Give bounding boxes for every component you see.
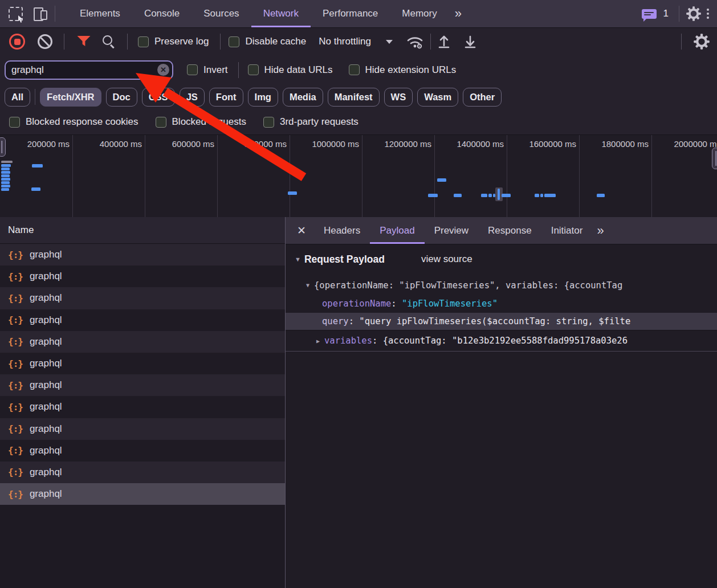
tab-performance[interactable]: Performance <box>311 0 390 27</box>
overview-right-handle[interactable] <box>712 148 717 169</box>
third-party-requests-label: 3rd-party requests <box>280 116 358 128</box>
tab-network[interactable]: Network <box>251 0 311 27</box>
name-column-header[interactable]: Name <box>0 217 285 244</box>
table-row[interactable]: {:}graphql <box>0 244 285 266</box>
clear-network-log-button[interactable] <box>38 34 52 49</box>
import-har-button[interactable] <box>434 32 454 51</box>
detail-tab-payload[interactable]: Payload <box>370 217 424 244</box>
third-party-requests-checkbox[interactable] <box>263 117 274 128</box>
disable-cache-label: Disable cache <box>245 36 306 47</box>
tab-sources[interactable]: Sources <box>192 0 251 27</box>
payload-row-variables[interactable]: ▶ variables: {accountTag: "b12e3b2192ee5… <box>286 330 717 352</box>
table-row[interactable]: {:}graphql <box>0 440 285 462</box>
more-detail-tabs-icon[interactable]: » <box>592 223 607 238</box>
table-row[interactable]: {:}graphql <box>0 287 285 309</box>
network-overview-timeline[interactable]: 200000 ms400000 ms600000 ms800000 ms1000… <box>0 134 717 218</box>
blocked-filters-row: Blocked response cookies Blocked request… <box>0 109 717 134</box>
hide-extension-urls-checkbox[interactable] <box>349 64 360 75</box>
more-options-icon[interactable] <box>703 9 717 19</box>
expand-triangle-icon[interactable]: ▶ <box>316 338 320 344</box>
clear-filter-button[interactable]: ✕ <box>157 64 169 76</box>
divider <box>430 34 431 50</box>
tab-elements[interactable]: Elements <box>68 0 132 27</box>
disable-cache-toggle[interactable]: Disable cache <box>229 36 306 47</box>
table-row[interactable]: {:}graphql <box>0 396 285 418</box>
waterfall-bar <box>1 171 10 174</box>
detail-tab-headers[interactable]: Headers <box>314 217 370 244</box>
chip-manifest[interactable]: Manifest <box>328 88 380 107</box>
record-network-log-button[interactable] <box>9 34 25 50</box>
table-row[interactable]: {:}graphql <box>0 462 285 483</box>
inspect-element-button[interactable] <box>6 4 25 23</box>
settings-button[interactable] <box>684 4 703 23</box>
invert-toggle[interactable]: Invert <box>187 64 228 76</box>
hide-data-urls-toggle[interactable]: Hide data URLs <box>248 64 333 76</box>
chip-wasm[interactable]: Wasm <box>417 88 458 107</box>
timeline-tick-label: 1000000 ms <box>288 139 359 149</box>
tab-memory[interactable]: Memory <box>390 0 449 27</box>
preserve-log-checkbox[interactable] <box>138 36 149 47</box>
blocked-requests-label: Blocked requests <box>172 116 246 128</box>
export-har-button[interactable] <box>461 32 480 51</box>
waterfall-bar <box>1 181 10 184</box>
requests-list: {:}graphql{:}graphql{:}graphql{:}graphql… <box>0 244 285 505</box>
blocked-requests-toggle[interactable]: Blocked requests <box>156 116 246 128</box>
invert-checkbox[interactable] <box>187 64 198 75</box>
hide-data-urls-checkbox[interactable] <box>248 64 259 75</box>
collapse-triangle-icon[interactable]: ▼ <box>306 282 309 288</box>
table-row[interactable]: {:}graphql <box>0 331 285 353</box>
chip-img[interactable]: Img <box>248 88 278 107</box>
detail-tab-initiator[interactable]: Initiator <box>541 217 593 244</box>
chip-other[interactable]: Other <box>463 88 502 107</box>
disable-cache-checkbox[interactable] <box>229 36 239 47</box>
throttling-select[interactable]: No throttling <box>319 36 393 47</box>
payload-row-query-selected[interactable]: query: "query ipFlowTimeseries($accountT… <box>286 313 717 330</box>
table-row[interactable]: {:}graphql <box>0 374 285 396</box>
preserve-log-toggle[interactable]: Preserve log <box>138 36 209 47</box>
collapse-triangle-icon[interactable]: ▼ <box>295 256 301 263</box>
network-conditions-button[interactable] <box>405 32 425 51</box>
payload-preview-row[interactable]: ▼ {operationName: "ipFlowTimeseries", va… <box>286 276 717 294</box>
payload-row-operation-name[interactable]: operationName: "ipFlowTimeseries" <box>286 295 717 312</box>
filter-icon[interactable] <box>77 36 91 48</box>
fetch-json-icon: {:} <box>8 315 23 325</box>
blocked-response-cookies-checkbox[interactable] <box>9 117 20 128</box>
blocked-requests-checkbox[interactable] <box>156 117 166 128</box>
chip-ws[interactable]: WS <box>384 88 413 107</box>
chip-all[interactable]: All <box>5 88 30 107</box>
more-panels-icon[interactable]: » <box>449 6 466 21</box>
detail-tab-response[interactable]: Response <box>478 217 541 244</box>
detail-tab-preview[interactable]: Preview <box>425 217 478 244</box>
network-filter-row: ✕ Invert Hide data URLs Hide extension U… <box>0 55 717 84</box>
device-toolbar-button[interactable] <box>31 4 50 23</box>
table-row[interactable]: {:}graphql <box>0 309 285 331</box>
table-row[interactable]: {:}graphql <box>0 353 285 374</box>
panel-tabs: ElementsConsoleSourcesNetworkPerformance… <box>68 0 449 27</box>
network-settings-button[interactable] <box>692 32 711 51</box>
search-icon[interactable] <box>102 35 116 48</box>
request-name: graphql <box>30 271 62 282</box>
close-details-button[interactable]: ✕ <box>286 224 314 237</box>
request-name: graphql <box>30 336 62 348</box>
chip-css[interactable]: CSS <box>142 88 175 107</box>
chip-media[interactable]: Media <box>283 88 323 107</box>
filter-input[interactable] <box>5 60 173 80</box>
chip-doc[interactable]: Doc <box>106 88 137 107</box>
hide-extension-urls-toggle[interactable]: Hide extension URLs <box>349 64 457 76</box>
pane-resizer[interactable] <box>285 217 286 588</box>
chip-js[interactable]: JS <box>180 88 205 107</box>
table-row[interactable]: {:}graphql <box>0 483 285 505</box>
waterfall-bar <box>32 164 43 168</box>
third-party-requests-toggle[interactable]: 3rd-party requests <box>263 116 358 128</box>
table-row[interactable]: {:}graphql <box>0 418 285 440</box>
issues-button[interactable] <box>639 4 659 23</box>
blocked-response-cookies-toggle[interactable]: Blocked response cookies <box>9 116 138 128</box>
tab-console[interactable]: Console <box>132 0 192 27</box>
view-source-link[interactable]: view source <box>421 254 472 265</box>
fetch-json-icon: {:} <box>8 271 23 282</box>
waterfall-bar <box>1 185 10 187</box>
fetch-json-icon: {:} <box>8 293 23 304</box>
chip-fetch-xhr[interactable]: Fetch/XHR <box>40 88 101 107</box>
table-row[interactable]: {:}graphql <box>0 266 285 287</box>
chip-font[interactable]: Font <box>209 88 243 107</box>
